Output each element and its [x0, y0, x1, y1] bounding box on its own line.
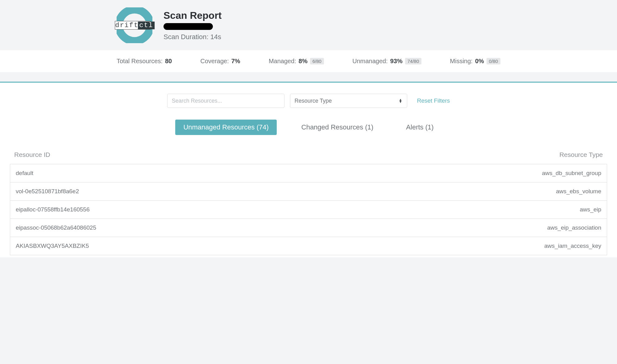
cell-resource-type: aws_eip	[580, 206, 601, 213]
stat-total: Total Resources: 80	[117, 58, 172, 65]
driftctl-logo: driftctl	[117, 7, 152, 43]
content-panel: Resource Type ▲▼ Reset Filters Unmanaged…	[0, 82, 617, 257]
stat-value: 7%	[231, 58, 240, 65]
table-row[interactable]: default aws_db_subnet_group	[10, 164, 607, 182]
table-row[interactable]: eipalloc-07558ffb14e160556 aws_eip	[10, 201, 607, 219]
tab-changed[interactable]: Changed Resources (1)	[293, 120, 382, 135]
stat-missing: Missing: 0% 0/80	[450, 58, 500, 65]
stat-label: Missing:	[450, 58, 473, 65]
table-header: Resource ID Resource Type	[10, 151, 607, 164]
stat-managed: Managed: 8% 6/80	[269, 58, 324, 65]
stat-fraction-badge: 6/80	[310, 58, 324, 64]
cell-resource-type: aws_db_subnet_group	[542, 170, 601, 177]
cell-resource-id: default	[16, 170, 33, 177]
resource-list: default aws_db_subnet_group vol-0e525108…	[10, 164, 607, 255]
stat-value: 8%	[299, 58, 308, 65]
search-input[interactable]	[167, 94, 284, 108]
reset-filters-link[interactable]: Reset Filters	[417, 97, 450, 104]
cell-resource-id: eipassoc-05068b62a64086025	[16, 224, 96, 231]
stat-label: Managed:	[269, 58, 296, 65]
stat-label: Unmanaged:	[352, 58, 388, 65]
col-resource-id: Resource ID	[14, 151, 50, 158]
stat-coverage: Coverage: 7%	[200, 58, 240, 65]
cell-resource-id: eipalloc-07558ffb14e160556	[16, 206, 89, 213]
redacted-subtitle	[164, 23, 213, 30]
stats-bar: Total Resources: 80 Coverage: 7% Managed…	[0, 50, 617, 72]
page-title: Scan Report	[164, 10, 222, 21]
col-resource-type: Resource Type	[559, 151, 603, 158]
tab-unmanaged[interactable]: Unmanaged Resources (74)	[175, 120, 276, 135]
stat-label: Coverage:	[200, 58, 229, 65]
scan-duration: Scan Duration: 14s	[164, 33, 222, 41]
stat-fraction-badge: 74/80	[405, 58, 422, 64]
section-gap	[0, 72, 617, 82]
stat-value: 93%	[390, 58, 403, 65]
stat-value: 0%	[475, 58, 484, 65]
resource-type-select[interactable]: Resource Type	[290, 94, 407, 108]
stat-fraction-badge: 0/80	[487, 58, 500, 64]
table-row[interactable]: AKIASBXWQ3AY5AXBZIK5 aws_iam_access_key	[10, 237, 607, 255]
cell-resource-id: vol-0e52510871bf8a6e2	[16, 188, 79, 195]
table-row[interactable]: vol-0e52510871bf8a6e2 aws_ebs_volume	[10, 182, 607, 201]
table-row[interactable]: eipassoc-05068b62a64086025 aws_eip_assoc…	[10, 219, 607, 237]
tab-alerts[interactable]: Alerts (1)	[398, 120, 441, 135]
cell-resource-type: aws_iam_access_key	[544, 243, 601, 249]
tabs: Unmanaged Resources (74) Changed Resourc…	[10, 120, 607, 135]
report-header: driftctl Scan Report Scan Duration: 14s	[0, 0, 617, 50]
cell-resource-type: aws_eip_association	[547, 224, 601, 231]
cell-resource-type: aws_ebs_volume	[556, 188, 601, 195]
logo-text-ctl: ctl	[138, 22, 155, 29]
stat-unmanaged: Unmanaged: 93% 74/80	[352, 58, 421, 65]
logo-text-drift: drift	[115, 22, 139, 29]
stat-value: 80	[165, 58, 172, 65]
cell-resource-id: AKIASBXWQ3AY5AXBZIK5	[16, 243, 89, 249]
stat-label: Total Resources:	[117, 58, 163, 65]
filter-row: Resource Type ▲▼ Reset Filters	[10, 94, 607, 108]
